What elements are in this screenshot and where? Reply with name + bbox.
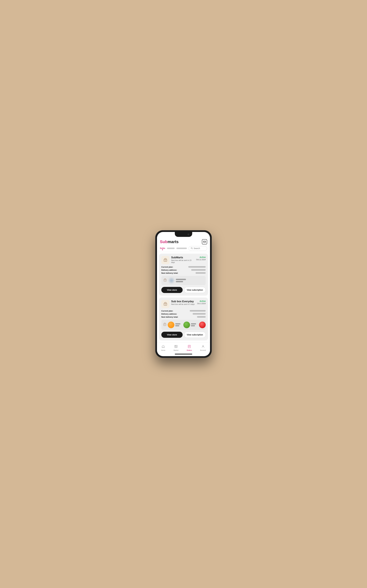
card-2-products-row (161, 320, 206, 330)
notch (175, 232, 192, 237)
card-1-plan-label: Current plan: (161, 266, 173, 268)
svg-line-2 (192, 248, 193, 249)
card-2-view-subscription-button[interactable]: View subcription (184, 332, 206, 338)
card-1-total-row: Next delivery total: (161, 272, 206, 274)
card-1-total-label: Next delivery total: (161, 272, 178, 274)
card-2-total-value (197, 316, 206, 318)
store-icon-1 (161, 256, 169, 264)
search-icon (191, 247, 193, 250)
home-indicator (175, 354, 192, 354)
card-1-status: Active (200, 256, 206, 258)
fruit-3 (199, 321, 206, 328)
product-2-line-2 (191, 325, 195, 326)
tab-pill-1[interactable] (167, 248, 175, 249)
svg-rect-0 (203, 241, 206, 243)
card-2-address-label: Delivery address: (161, 313, 177, 315)
card-2-plan-row: Current plan: (161, 310, 206, 312)
card-1-buttons: View store View subcription (161, 287, 206, 293)
header-divider (157, 252, 210, 252)
cards-container: SubMarts Next box will be sent in 23 day… (157, 254, 210, 340)
card-1-line-1 (176, 279, 186, 280)
svg-rect-15 (175, 345, 177, 348)
product-item-3 (199, 321, 206, 328)
search-input[interactable] (194, 247, 205, 250)
subscription-card-2: Sub box Everyday Next box will be sent i… (159, 298, 208, 340)
card-1-header: SubMarts Next box will be sent in 23 day… (161, 256, 206, 264)
tab-bar: Subs (157, 246, 210, 252)
card-2-total-label: Next delivery total: (161, 316, 178, 318)
tab-pill-2[interactable] (176, 248, 187, 249)
nav-market-label: Market (174, 349, 179, 351)
nav-market[interactable]: Market (171, 344, 181, 352)
subscription-card-1: SubMarts Next box will be sent in 23 day… (159, 254, 208, 295)
card-1-address-label: Delivery address: (161, 269, 177, 271)
nav-account-label: Account (200, 349, 206, 351)
card-2-view-store-button[interactable]: View store (161, 332, 183, 338)
card-2-plan-value (190, 310, 206, 311)
card-1-product-preview (161, 276, 206, 285)
card-2-date: Oct.3.2024 (197, 302, 206, 305)
card-2-header: Sub box Everyday Next box will be sent i… (161, 300, 206, 308)
product-1-line-1 (175, 323, 180, 324)
fruit-1 (168, 321, 174, 328)
card-2-status: Active (200, 300, 206, 302)
card-1-address-value (191, 269, 206, 271)
card-1-plan-row: Current plan: (161, 266, 206, 268)
search-box[interactable] (189, 246, 207, 251)
bottom-nav: Home Market (157, 342, 210, 353)
card-2-plan-label: Current plan: (161, 310, 173, 312)
product-2-lines (191, 323, 196, 326)
card-1-plan-value (188, 266, 206, 268)
phone-frame: Submarts Subs (155, 230, 212, 358)
card-1-box-icon (163, 278, 167, 283)
card-1-product-lines (176, 279, 204, 282)
svg-rect-19 (188, 345, 191, 348)
market-icon (174, 345, 178, 349)
phone-screen: Submarts Subs (157, 232, 210, 356)
card-1-title-section: SubMarts Next box will be sent in 23 day… (171, 256, 194, 263)
card-2-title: Sub box Everyday (171, 300, 195, 303)
store-icon-2 (161, 300, 169, 308)
product-2-line-1 (191, 323, 196, 324)
card-1-total-value (196, 272, 206, 274)
product-item-1 (168, 321, 180, 328)
product-1-line-2 (175, 325, 179, 326)
nav-account[interactable]: Account (198, 344, 208, 352)
camera (188, 234, 189, 235)
home-icon (162, 345, 165, 349)
card-2-header-right: Active Oct.3.2024 (197, 300, 206, 305)
logo-sub: Sub (160, 239, 167, 244)
nav-orders[interactable]: Orders (184, 344, 194, 352)
nav-home-label: Home (161, 349, 165, 351)
account-icon (201, 345, 205, 349)
card-1-address-row: Delivery address: (161, 269, 206, 271)
card-2-buttons: View store View subcription (161, 332, 206, 338)
product-1-lines (175, 323, 180, 326)
card-2-info: Current plan: Delivery address: Next del… (161, 310, 206, 318)
product-item-2 (183, 321, 196, 328)
card-2-address-value (193, 313, 206, 315)
card-1-view-store-button[interactable]: View store (161, 287, 183, 293)
card-1-header-right: Active Oct.12.2024 (196, 256, 206, 261)
card-2-subtitle: Next box will be sent in 5 days (171, 303, 195, 305)
app-logo: Submarts (160, 239, 179, 244)
tab-subs[interactable]: Subs (160, 247, 165, 250)
card-2-total-row: Next delivery total: (161, 316, 206, 318)
app-content: Submarts Subs (157, 237, 210, 354)
nav-home[interactable]: Home (159, 344, 167, 352)
fruit-2 (183, 321, 190, 328)
card-2-box-icon (163, 322, 167, 327)
card-1-line-2 (176, 281, 183, 282)
logo-marts: marts (167, 239, 179, 244)
card-1-view-subscription-button[interactable]: View subcription (184, 287, 206, 293)
orders-icon (188, 345, 191, 349)
svg-point-23 (202, 345, 203, 346)
header: Submarts (157, 237, 210, 246)
card-1-date: Oct.12.2024 (196, 259, 206, 261)
nav-orders-label: Orders (187, 349, 192, 351)
mail-button[interactable] (202, 239, 207, 244)
card-2-address-row: Delivery address: (161, 313, 206, 315)
card-1-title: SubMarts (171, 256, 194, 259)
card-2-title-section: Sub box Everyday Next box will be sent i… (171, 300, 195, 305)
card-1-blurred-circle (168, 278, 174, 283)
